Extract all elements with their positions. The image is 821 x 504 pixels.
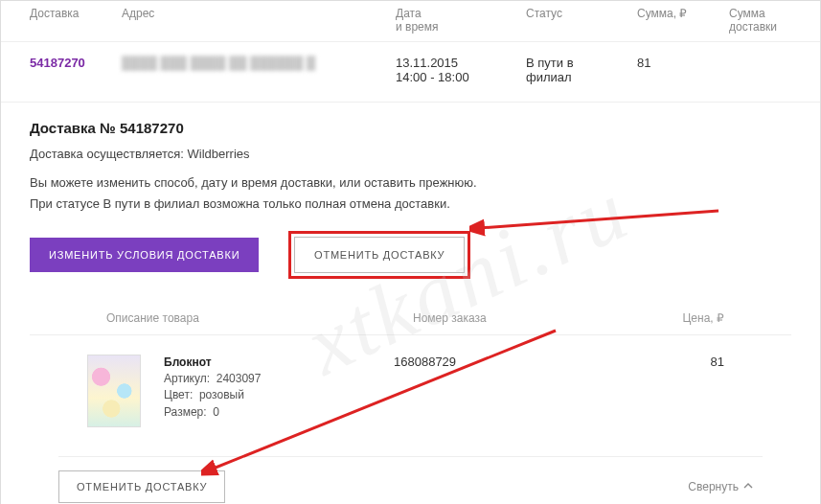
th-item-price: Цена, ₽ xyxy=(624,311,753,325)
th-address: Адрес xyxy=(122,7,390,34)
collapse-label: Свернуть xyxy=(688,480,739,493)
orders-table-header: Доставка Адрес Дата и время Статус Сумма… xyxy=(1,1,820,42)
detail-title: Доставка № 54187270 xyxy=(30,120,791,136)
cancel-delivery-button-footer[interactable]: ОТМЕНИТЬ ДОСТАВКУ xyxy=(58,470,225,503)
delivery-detail-panel: Доставка № 54187270 Доставка осуществляе… xyxy=(1,102,820,504)
collapse-button[interactable]: Свернуть xyxy=(688,480,753,493)
change-delivery-button[interactable]: ИЗМЕНИТЬ УСЛОВИЯ ДОСТАВКИ xyxy=(30,238,259,272)
item-table-header: Описание товара Номер заказа Цена, ₽ xyxy=(30,304,791,335)
th-item-order: Номер заказа xyxy=(413,311,624,325)
order-number: 168088729 xyxy=(394,355,604,369)
detail-carrier: Доставка осуществляется: Wildberries xyxy=(30,146,791,163)
highlight-box: ОТМЕНИТЬ ДОСТАВКУ xyxy=(288,231,470,279)
product-properties: Блокнот Артикул: 2403097 Цвет: розовый Р… xyxy=(164,355,394,422)
cancel-delivery-button[interactable]: ОТМЕНИТЬ ДОСТАВКУ xyxy=(294,237,465,273)
chevron-up-icon xyxy=(743,480,753,493)
th-item-desc: Описание товара xyxy=(106,311,413,325)
item-price: 81 xyxy=(604,355,753,369)
delivery-row[interactable]: 54187270 ████ ███ ████ ██ ██████ █ 13.11… xyxy=(1,42,820,98)
product-name: Блокнот xyxy=(164,355,394,371)
detail-note-1: Вы можете изменить способ, дату и время … xyxy=(30,174,791,192)
th-sum-delivery: Сумма доставки xyxy=(729,7,821,34)
th-sum: Сумма, ₽ xyxy=(637,7,723,34)
delivery-status: В пути в филиал xyxy=(526,56,631,84)
delivery-datetime: 13.11.2015 14:00 - 18:00 xyxy=(396,56,520,84)
th-status: Статус xyxy=(526,7,631,34)
delivery-id-link[interactable]: 54187270 xyxy=(30,56,85,70)
delivery-sum: 81 xyxy=(637,56,723,70)
item-row: Блокнот Артикул: 2403097 Цвет: розовый Р… xyxy=(30,335,791,437)
detail-note-2: При статусе В пути в филиал возможна тол… xyxy=(30,195,791,213)
th-datetime: Дата и время xyxy=(396,7,520,34)
delivery-address-blurred: ████ ███ ████ ██ ██████ █ xyxy=(122,56,390,70)
product-thumbnail[interactable] xyxy=(87,355,141,427)
th-delivery: Доставка xyxy=(30,7,116,34)
